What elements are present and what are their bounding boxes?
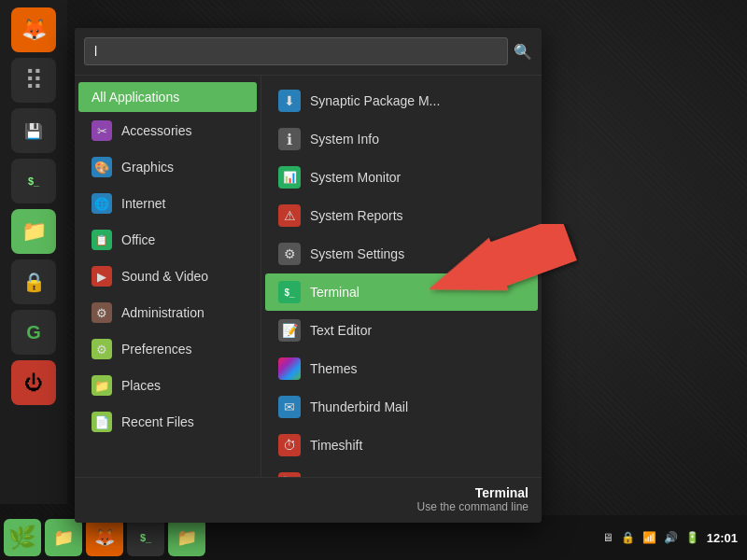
sidebar-icon-apps[interactable]: ⠿ [11,58,56,103]
taskbar-left: 🌿 📁 🦊 $_ 📁 [0,519,205,556]
transmission-icon: 📡 [278,472,301,477]
preferences-icon: ⚙ [92,339,112,359]
system-monitor-icon: 📊 [278,166,301,189]
app-tooltip: Terminal Use the command line [75,477,542,523]
app-text-editor[interactable]: 📝 Text Editor [265,312,538,349]
search-bar: 🔍 [75,28,542,76]
office-icon: 📋 [92,230,112,250]
themes-icon [278,357,301,380]
transmission-label: Transmission [310,476,388,477]
taskbar-lock-icon: 🔒 [621,531,635,544]
taskbar-battery-icon: 🔋 [685,531,699,544]
taskbar-network-icon: 📶 [642,531,656,544]
timeshift-icon: ⏱ [278,434,301,456]
taskbar-icon-files[interactable]: 📁 [45,519,82,556]
preferences-label: Preferences [121,342,191,357]
category-administration[interactable]: ⚙ Administration [78,295,257,330]
thunderbird-label: Thunderbird Mail [310,399,408,414]
administration-label: Administration [121,305,204,320]
recent-files-icon: 📄 [92,412,112,432]
themes-label: Themes [310,361,358,376]
category-office[interactable]: 📋 Office [78,222,257,258]
terminal-label: Terminal [310,285,359,300]
accessories-icon: ✂ [92,120,112,141]
app-themes[interactable]: Themes [265,350,538,387]
search-input[interactable] [84,37,508,65]
category-sound-video[interactable]: ▶ Sound & Video [78,259,257,294]
category-internet[interactable]: 🌐 Internet [78,186,257,221]
tooltip-app-name: Terminal [88,485,529,500]
app-thunderbird[interactable]: ✉ Thunderbird Mail [265,388,538,426]
sidebar-icon-firefox[interactable]: 🦊 [11,7,56,52]
category-accessories[interactable]: ✂ Accessories [78,113,257,148]
sidebar-icon-drive[interactable]: 💾 [11,108,56,153]
menu-body: All Applications ✂ Accessories 🎨 Graphic… [75,76,542,477]
sidebar-icon-files[interactable]: 📁 [11,209,56,254]
sidebar-icon-power[interactable]: ⏻ [11,360,56,405]
category-graphics[interactable]: 🎨 Graphics [78,149,257,185]
accessories-label: Accessories [121,123,191,138]
office-label: Office [121,232,155,247]
sound-video-icon: ▶ [92,266,112,287]
system-monitor-label: System Monitor [310,170,401,185]
thunderbird-icon: ✉ [278,396,301,418]
internet-icon: 🌐 [92,193,112,214]
sidebar: 🦊 ⠿ 💾 $_ 📁 🔒 G ⏻ [0,0,67,504]
app-system-reports[interactable]: ⚠ System Reports [265,197,538,234]
app-system-settings[interactable]: ⚙ System Settings [265,235,538,273]
tooltip-app-desc: Use the command line [88,500,529,513]
recent-files-label: Recent Files [121,414,194,429]
apps-panel: ⬇ Synaptic Package M... ℹ System Info 📊 … [261,76,542,477]
places-label: Places [121,378,161,393]
category-preferences[interactable]: ⚙ Preferences [78,331,257,367]
system-reports-label: System Reports [310,208,403,223]
app-timeshift[interactable]: ⏱ Timeshift [265,427,538,464]
category-recent-files[interactable]: 📄 Recent Files [78,404,257,440]
taskbar-time: 12:01 [707,531,738,545]
system-settings-icon: ⚙ [278,243,301,265]
app-system-info[interactable]: ℹ System Info [265,120,538,158]
app-synaptic[interactable]: ⬇ Synaptic Package M... [265,82,538,119]
synaptic-icon: ⬇ [278,90,301,112]
internet-label: Internet [121,196,165,211]
taskbar-icon-firefox[interactable]: 🦊 [86,519,123,556]
sidebar-icon-grammarly[interactable]: G [11,310,56,355]
synaptic-label: Synaptic Package M... [310,93,440,108]
system-settings-label: System Settings [310,246,404,261]
text-editor-label: Text Editor [310,323,372,338]
sidebar-icon-terminal[interactable]: $_ [11,159,56,203]
categories-panel: All Applications ✂ Accessories 🎨 Graphic… [75,76,261,477]
sidebar-icon-lock[interactable]: 🔒 [11,259,56,304]
search-button[interactable]: 🔍 [514,43,532,61]
category-all-applications[interactable]: All Applications [78,82,257,112]
taskbar-system-icon: 🖥 [602,531,613,544]
category-places[interactable]: 📁 Places [78,368,257,403]
taskbar-icon-mint[interactable]: 🌿 [4,519,41,556]
taskbar-icon-terminal[interactable]: $_ [127,519,164,556]
all-applications-label: All Applications [92,90,179,105]
taskbar-icon-files2[interactable]: 📁 [168,519,205,556]
places-icon: 📁 [92,375,112,396]
taskbar-sound-icon: 🔊 [664,531,678,544]
sound-video-label: Sound & Video [121,269,208,284]
text-editor-icon: 📝 [278,319,301,342]
app-terminal[interactable]: $_ Terminal [265,273,538,311]
app-system-monitor[interactable]: 📊 System Monitor [265,159,538,196]
app-transmission[interactable]: 📡 Transmission [265,465,538,477]
system-info-icon: ℹ [278,128,301,150]
terminal-icon: $_ [278,281,301,303]
taskbar-right: 🖥 🔒 📶 🔊 🔋 12:01 [602,531,747,545]
administration-icon: ⚙ [92,302,112,323]
system-info-label: System Info [310,132,379,147]
timeshift-label: Timeshift [310,438,362,453]
graphics-icon: 🎨 [92,157,112,177]
app-menu: 🔍 All Applications ✂ Accessories 🎨 Graph… [75,28,542,523]
graphics-label: Graphics [121,160,174,175]
system-reports-icon: ⚠ [278,204,301,227]
